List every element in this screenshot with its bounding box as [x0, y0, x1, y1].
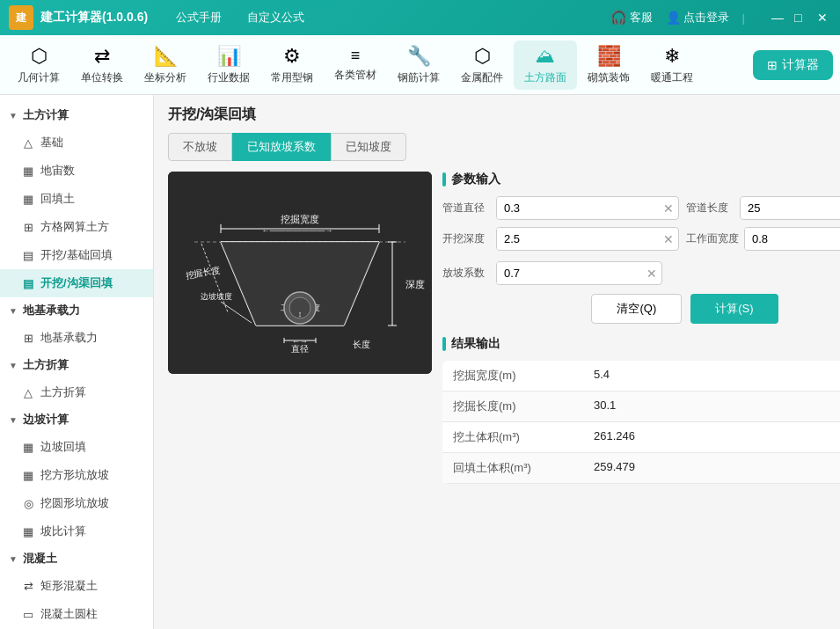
pipe-length-input[interactable]: [741, 197, 840, 219]
app-title: 建工计算器(1.0.0.6): [40, 10, 148, 26]
toolbar-steel[interactable]: ⚙ 常用型钢: [260, 40, 324, 90]
page-title: 开挖/沟渠回填: [168, 106, 826, 124]
sidebar-item-rect-concrete[interactable]: ⇄ 矩形混凝土: [0, 572, 153, 600]
result-value-0: 5.4 ⧉: [583, 361, 840, 391]
pipe-icon: ≡: [351, 47, 361, 65]
sidebar-group-bearing[interactable]: 地基承载力: [0, 297, 153, 324]
sidebar-item-bearing[interactable]: ⊞ 地基承载力: [0, 324, 153, 352]
result-value-2: 261.246 ⧉: [583, 422, 840, 453]
metal-icon: ⬡: [474, 45, 491, 68]
work-face-width-input[interactable]: [745, 228, 840, 250]
params-grid: 管道直径 ✕ 管道长度 ✕: [442, 196, 840, 251]
coord-icon: 📐: [154, 45, 178, 68]
sidebar-group-earthwork[interactable]: 土方计算: [0, 102, 153, 128]
headset-icon: 🎧: [610, 10, 627, 26]
maximize-button[interactable]: □: [794, 11, 808, 25]
svg-text:←→: ←→: [292, 337, 308, 346]
tab-known-slope-coef[interactable]: 已知放坡系数: [232, 133, 331, 161]
sidebar-item-excavation-trench[interactable]: ▤ 开挖/沟渠回填: [0, 269, 153, 297]
slope-coef-input[interactable]: [497, 262, 642, 284]
sidebar-item-foundation[interactable]: △ 基础: [0, 128, 153, 157]
pipe-diameter-clear-btn[interactable]: ✕: [659, 199, 678, 218]
toolbar-unit[interactable]: ⇄ 单位转换: [70, 40, 134, 90]
toolbar-rebar[interactable]: 🔧 钢筋计算: [387, 40, 450, 90]
result-label-0: 挖掘宽度(m): [442, 361, 583, 391]
calculate-button[interactable]: 计算(S): [690, 294, 778, 324]
results-section-header: 结果输出: [442, 336, 840, 352]
sidebar-item-backfill[interactable]: ▦ 回填土: [0, 185, 153, 213]
trench-diagram-svg: 挖掘宽度 ←———————→ 挖掘长度 工作面宽度 ↕: [168, 172, 432, 374]
params-section-header: 参数输入: [442, 172, 840, 187]
ground-coef-icon: ▦: [21, 165, 35, 178]
sidebar-item-slope-backfill[interactable]: ▦ 边坡回填: [0, 433, 153, 461]
slope-coef-input-wrap: ✕: [496, 261, 662, 285]
calculator-icon: ⊞: [767, 58, 778, 72]
excav-found-icon: ▤: [21, 249, 35, 262]
tab-known-slope-angle[interactable]: 已知坡度: [331, 133, 406, 161]
toolbar-geometry[interactable]: ⬡ 几何计算: [7, 40, 70, 90]
result-row-1: 挖掘长度(m) 30.1 ⧉: [442, 391, 840, 422]
menu-formula[interactable]: 公式手册: [165, 6, 232, 29]
sidebar-item-slope-ratio[interactable]: ▦ 坡比计算: [0, 517, 153, 545]
svg-text:长度: 长度: [353, 340, 370, 349]
result-value-3: 259.479 ⧉: [583, 453, 840, 484]
toolbar-metal[interactable]: ⬡ 金属配件: [450, 40, 514, 90]
foundation-icon: △: [21, 136, 35, 150]
svg-text:挖掘宽度: 挖掘宽度: [281, 214, 319, 224]
excavation-depth-clear-btn[interactable]: ✕: [659, 230, 678, 249]
results-table-container: 挖掘宽度(m) 5.4 ⧉ 挖掘长度(m) 30.1 ⧉: [442, 361, 840, 484]
sidebar-item-circle-pit[interactable]: ◎ 挖圆形坑放坡: [0, 489, 153, 517]
calc-body: 挖掘宽度 ←———————→ 挖掘长度 工作面宽度 ↕: [168, 172, 826, 484]
toolbar-coord[interactable]: 📐 坐标分析: [134, 40, 197, 90]
minimize-button[interactable]: —: [771, 11, 785, 25]
work-face-input-wrap: ✕: [744, 227, 840, 251]
main-layout: 土方计算 △ 基础 ▦ 地宙数 ▦ 回填土 ⊞ 方格网算土方 ▤ 开挖/基础回填…: [0, 95, 840, 629]
masonry-icon: 🧱: [597, 45, 621, 68]
sidebar-group-concrete[interactable]: 混凝土: [0, 545, 153, 572]
toolbar-masonry[interactable]: 🧱 砌筑装饰: [577, 40, 640, 90]
steel-icon: ⚙: [283, 45, 301, 68]
pipe-diameter-input-wrap: ✕: [496, 196, 679, 220]
tab-group: 不放坡 已知放坡系数 已知坡度: [168, 133, 826, 161]
menu-custom-formula[interactable]: 自定义公式: [237, 6, 315, 29]
toolbar-industry[interactable]: 📊 行业数据: [197, 40, 260, 90]
param-row-excavation-depth: 开挖深度 ✕: [442, 227, 679, 251]
tab-no-slope[interactable]: 不放坡: [168, 133, 232, 161]
param-single-slope: 放坡系数 ✕: [442, 261, 662, 285]
toolbar-pipe[interactable]: ≡ 各类管材: [324, 40, 387, 90]
window-controls: — □ ✕: [771, 11, 831, 25]
close-button[interactable]: ✕: [817, 11, 831, 25]
customer-service-link[interactable]: 🎧 客服: [610, 10, 653, 26]
pipe-diameter-input[interactable]: [497, 197, 659, 219]
sidebar-item-excavation-foundation[interactable]: ▤ 开挖/基础回填: [0, 241, 153, 269]
rect-pit-icon: ▦: [21, 469, 35, 482]
sidebar-item-concrete-column[interactable]: ▭ 混凝土圆柱: [0, 600, 153, 628]
user-icon: 👤: [666, 11, 681, 25]
column-icon: ▭: [21, 608, 35, 621]
svg-text:深度: 深度: [405, 279, 425, 289]
pipe-length-input-wrap: ✕: [740, 196, 840, 220]
sidebar-item-rect-pit[interactable]: ▦ 挖方形坑放坡: [0, 461, 153, 489]
toolbar-hvac[interactable]: ❄ 暖通工程: [640, 40, 704, 90]
sidebar-group-slope[interactable]: 边坡计算: [0, 406, 153, 433]
sidebar: 土方计算 △ 基础 ▦ 地宙数 ▦ 回填土 ⊞ 方格网算土方 ▤ 开挖/基础回填…: [0, 95, 154, 629]
slope-bf-icon: ▦: [21, 441, 35, 454]
open-calculator-button[interactable]: ⊞ 计算器: [753, 50, 833, 80]
sidebar-item-grid-earthwork[interactable]: ⊞ 方格网算土方: [0, 213, 153, 241]
result-row-2: 挖土体积(m³) 261.246 ⧉: [442, 422, 840, 453]
slope-coef-clear-btn[interactable]: ✕: [642, 264, 661, 283]
param-row-pipe-diameter: 管道直径 ✕: [442, 196, 679, 220]
results-table: 挖掘宽度(m) 5.4 ⧉ 挖掘长度(m) 30.1 ⧉: [442, 361, 840, 484]
login-link[interactable]: 👤 点击登录: [666, 10, 729, 26]
excavation-depth-input[interactable]: [497, 228, 659, 250]
svg-text:边坡坡度: 边坡坡度: [201, 292, 232, 301]
sidebar-group-convert[interactable]: 土方折算: [0, 352, 153, 378]
result-label-1: 挖掘长度(m): [442, 391, 583, 422]
params-panel: 参数输入 管道直径 ✕ 管道长度: [442, 172, 840, 484]
sidebar-item-convert[interactable]: △ 土方折算: [0, 378, 153, 406]
toolbar-earthwork[interactable]: ⛰ 土方路面: [514, 40, 577, 90]
clear-button[interactable]: 清空(Q): [591, 294, 682, 324]
title-menu: 公式手册 自定义公式: [165, 6, 315, 29]
sidebar-item-ground-coef[interactable]: ▦ 地宙数: [0, 157, 153, 185]
action-buttons: 清空(Q) 计算(S): [442, 294, 840, 324]
